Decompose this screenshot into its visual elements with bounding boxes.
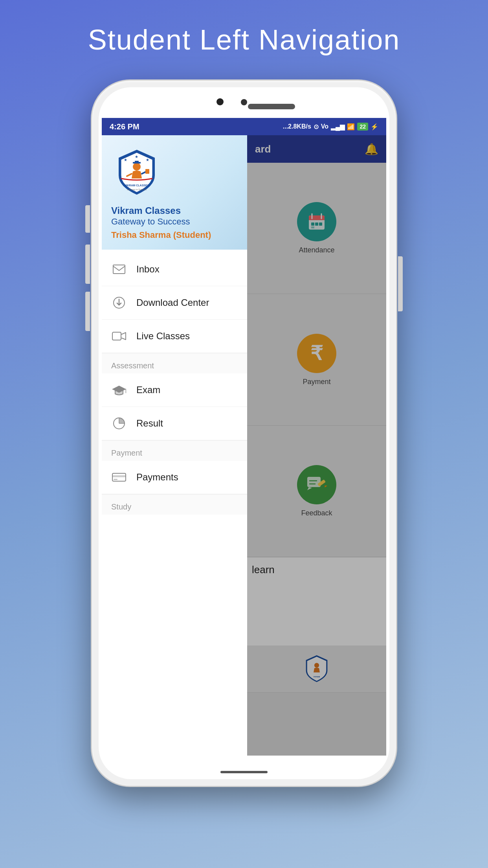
svg-text:★: ★: [146, 158, 149, 162]
nav-item-inbox[interactable]: Inbox: [102, 253, 247, 286]
svg-point-3: [133, 163, 141, 171]
exam-label: Exam: [136, 384, 160, 395]
svg-text:Gateway to Success: Gateway to Success: [127, 188, 147, 191]
nav-item-payments[interactable]: Payments: [102, 461, 247, 494]
nav-item-download[interactable]: Download Center: [102, 286, 247, 320]
svg-rect-23: [114, 479, 117, 480]
svg-text:★: ★: [135, 154, 138, 159]
mortarboard-icon: [111, 382, 127, 398]
nav-item-exam[interactable]: Exam: [102, 373, 247, 407]
nav-items-list: Inbox Download Center: [102, 250, 247, 756]
status-bar: 4:26 PM ...2.8KB/s ⊙ Vo ▂▄▆ 📶 22 ⚡: [102, 118, 386, 135]
payments-label: Payments: [136, 472, 178, 483]
svg-rect-15: [112, 332, 121, 340]
school-tagline: Gateway to Success: [111, 217, 238, 227]
front-camera: [241, 99, 247, 105]
student-name: Trisha Sharma (Student): [111, 230, 238, 240]
svg-rect-22: [112, 475, 126, 477]
svg-text:VIKRAM CLASSES: VIKRAM CLASSES: [125, 184, 149, 187]
home-indicator[interactable]: [220, 771, 268, 773]
battery-indicator: 22: [357, 123, 368, 131]
inbox-label: Inbox: [136, 264, 160, 275]
live-classes-label: Live Classes: [136, 331, 190, 342]
wifi-icon: 📶: [347, 123, 355, 131]
speaker: [248, 104, 295, 109]
svg-rect-5: [135, 161, 139, 162]
video-icon: [111, 328, 127, 344]
charging-icon: ⚡: [371, 123, 378, 131]
phone-frame: 4:26 PM ...2.8KB/s ⊙ Vo ▂▄▆ 📶 22 ⚡: [91, 79, 397, 787]
payment-section-header: Payment: [102, 440, 247, 461]
download-label: Download Center: [136, 297, 209, 308]
signal-bars: ▂▄▆: [331, 123, 345, 131]
nav-item-live-classes[interactable]: Live Classes: [102, 320, 247, 353]
svg-rect-8: [145, 169, 149, 174]
signal-icon: ⊙: [314, 123, 319, 131]
screen: 4:26 PM ...2.8KB/s ⊙ Vo ▂▄▆ 📶 22 ⚡: [102, 118, 386, 756]
network-speed: ...2.8KB/s: [283, 123, 311, 130]
svg-text:★: ★: [124, 158, 127, 162]
drawer-header: ★ ★ ★: [102, 135, 247, 250]
download-icon: [111, 295, 127, 311]
pie-chart-icon: [111, 416, 127, 431]
nav-item-result[interactable]: Result: [102, 407, 247, 440]
study-section-header: Study: [102, 494, 247, 515]
drawer-overlay[interactable]: [247, 135, 386, 756]
result-label: Result: [136, 418, 163, 429]
school-logo: ★ ★ ★: [111, 147, 162, 198]
svg-point-11: [126, 154, 128, 157]
voip-icon: Vo: [321, 123, 328, 130]
mail-icon: [111, 261, 127, 277]
nav-drawer: ★ ★ ★: [102, 135, 247, 756]
status-time: 4:26 PM: [110, 122, 139, 131]
credit-card-icon: [111, 469, 127, 485]
page-title: Student Left Navigation: [88, 24, 400, 56]
rear-camera: [216, 98, 224, 105]
svg-point-12: [145, 154, 148, 157]
school-name: Vikram Classes: [111, 204, 238, 217]
assessment-section-header: Assessment: [102, 353, 247, 373]
svg-rect-13: [113, 265, 125, 274]
